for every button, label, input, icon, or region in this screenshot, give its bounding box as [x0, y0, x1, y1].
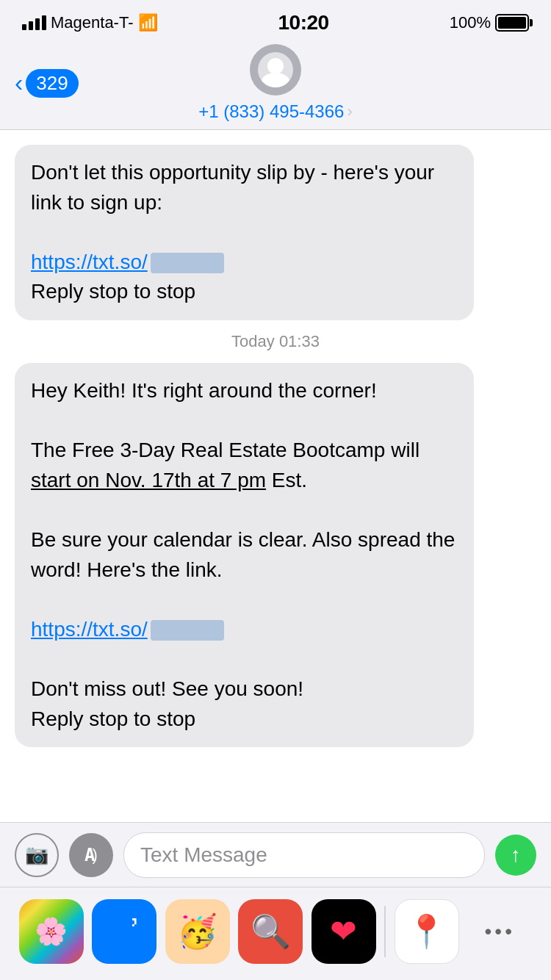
phone-number: +1 (833) 495-4366 [198, 101, 344, 122]
message-footer-3: Reply stop to stop [31, 707, 195, 730]
dock-browser[interactable]: 🔍 [238, 899, 303, 964]
contact-info: +1 (833) 495-4366 › [198, 44, 352, 122]
carrier-label: Magenta-T- [51, 13, 134, 32]
memoji-icon: 🥳 [177, 912, 217, 951]
send-icon: ↑ [511, 843, 521, 867]
dock-separator [384, 906, 386, 957]
dock-more[interactable]: ••• [467, 899, 532, 964]
status-bar: Magenta-T- 📶 10:20 100% [0, 0, 551, 40]
battery-fill [498, 17, 526, 29]
avatar-body [262, 73, 289, 87]
appstore-icon: ︐ [108, 913, 140, 950]
battery-icon [495, 14, 529, 32]
fitness-icon: ❤ [330, 912, 357, 950]
dock-maps[interactable]: 📍 [395, 899, 459, 964]
message-bubble: Don't let this opportunity slip by - her… [15, 145, 474, 320]
dock: 🌸 ︐ 🥳 🔍 ❤ 📍 ••• [0, 887, 551, 980]
avatar [250, 44, 301, 96]
message-footer: Reply stop to stop [31, 280, 195, 303]
avatar-icon [258, 52, 293, 87]
wifi-icon: 📶 [138, 13, 158, 32]
avatar-head [267, 58, 284, 74]
time-display: 10:20 [278, 11, 329, 35]
dock-photos[interactable]: 🌸 [19, 899, 84, 964]
status-left: Magenta-T- 📶 [22, 13, 158, 32]
status-right: 100% [450, 13, 529, 32]
send-button[interactable]: ↑ [495, 835, 536, 876]
text-input-field[interactable]: Text Message [123, 832, 485, 878]
message-text: Don't let this opportunity slip by - her… [31, 161, 434, 214]
browser-icon: 🔍 [251, 912, 291, 951]
maps-icon: 📍 [406, 912, 447, 951]
apps-paren-icon: ) [93, 846, 98, 865]
message-text-2: Hey Keith! It's right around the corner! [31, 379, 377, 402]
dock-appstore[interactable]: ︐ [92, 899, 156, 964]
dock-fitness[interactable]: ❤ [311, 899, 376, 964]
message-text-3: The Free 3-Day Real Estate Bootcamp will… [31, 439, 419, 491]
photos-icon: 🌸 [35, 916, 68, 947]
blurred-link-part-2 [151, 620, 224, 641]
timestamp: Today 01:33 [15, 332, 536, 351]
message-link-2[interactable]: https://txt.so/ [31, 618, 148, 641]
message-footer-2: Don't miss out! See you soon! [31, 677, 303, 700]
signal-bars [22, 15, 46, 30]
back-badge-count: 329 [26, 69, 78, 98]
message-text-4: Be sure your calendar is clear. Also spr… [31, 528, 455, 581]
message-bubble-2: Hey Keith! It's right around the corner!… [15, 363, 474, 747]
apps-button[interactable]: A ) [69, 833, 113, 877]
dock-memoji[interactable]: 🥳 [165, 899, 230, 964]
battery-label: 100% [450, 13, 491, 32]
message-link[interactable]: https://txt.so/ [31, 251, 148, 273]
input-bar: 📷 A ) Text Message ↑ [0, 822, 551, 887]
more-icon: ••• [485, 920, 515, 943]
contact-phone[interactable]: +1 (833) 495-4366 › [198, 101, 352, 122]
nav-bar: ‹ 329 +1 (833) 495-4366 › [0, 40, 551, 130]
camera-button[interactable]: 📷 [15, 833, 59, 877]
text-input-placeholder: Text Message [140, 843, 267, 867]
blurred-link-part [151, 253, 224, 273]
back-button[interactable]: ‹ 329 [15, 69, 79, 98]
camera-icon: 📷 [25, 843, 48, 866]
chevron-left-icon: ‹ [15, 70, 23, 95]
messages-area: Don't let this opportunity slip by - her… [0, 130, 551, 822]
chevron-right-icon: › [347, 102, 352, 121]
